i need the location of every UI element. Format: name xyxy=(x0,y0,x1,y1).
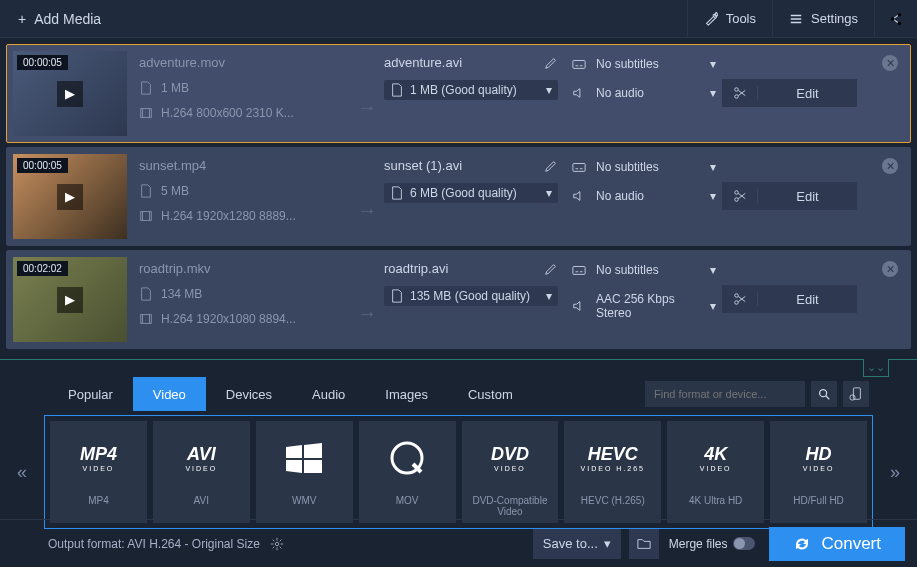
tab-audio[interactable]: Audio xyxy=(292,377,365,411)
svg-point-14 xyxy=(734,301,738,305)
speaker-icon xyxy=(572,299,586,313)
search-icon xyxy=(817,387,831,401)
chevron-down-icon: ▾ xyxy=(546,83,552,97)
tab-video[interactable]: Video xyxy=(133,377,206,411)
scissors-icon xyxy=(722,86,758,100)
file-item[interactable]: 00:00:05 ▶ sunset.mp4 5 MB H.264 1920x12… xyxy=(6,147,911,246)
output-size-select[interactable]: 1 MB (Good quality)▾ xyxy=(384,80,558,100)
film-icon xyxy=(139,209,153,223)
convert-button[interactable]: Convert xyxy=(769,527,905,561)
share-icon xyxy=(889,12,903,26)
subtitle-icon xyxy=(572,57,586,71)
subtitles-select[interactable]: No subtitles▾ xyxy=(572,263,716,277)
search-input[interactable] xyxy=(645,381,805,407)
arrow-icon: → xyxy=(352,154,382,239)
search-button[interactable] xyxy=(811,381,837,407)
quicktime-icon xyxy=(390,429,424,487)
audio-select[interactable]: No audio▾ xyxy=(572,189,716,203)
format-mp4[interactable]: MP4VIDEOMP4 xyxy=(50,421,147,523)
format-mov[interactable]: MOV xyxy=(359,421,456,523)
collapse-panel-button[interactable]: ⌄⌄ xyxy=(863,359,889,377)
settings-label: Settings xyxy=(811,11,858,26)
pencil-icon[interactable] xyxy=(544,56,558,70)
remove-button[interactable]: ✕ xyxy=(882,55,898,71)
merge-files-toggle[interactable] xyxy=(733,537,755,550)
pencil-icon[interactable] xyxy=(544,262,558,276)
share-button[interactable] xyxy=(874,0,917,37)
format-4k[interactable]: 4KVIDEO4K Ultra HD xyxy=(667,421,764,523)
speaker-icon xyxy=(572,189,586,203)
file-list: 00:00:05 ▶ adventure.mov 1 MB H.264 800x… xyxy=(0,38,917,355)
edit-button[interactable]: Edit xyxy=(722,79,857,107)
file-item[interactable]: 00:00:05 ▶ adventure.mov 1 MB H.264 800x… xyxy=(6,44,911,143)
audio-select[interactable]: AAC 256 Kbps Stereo▾ xyxy=(572,292,716,320)
chevron-down-icon: ▾ xyxy=(604,536,611,551)
output-format-text: Output format: AVI H.264 - Original Size xyxy=(48,537,260,551)
edit-button[interactable]: Edit xyxy=(722,182,857,210)
format-hevc[interactable]: HEVCVIDEO H.265HEVC (H.265) xyxy=(564,421,661,523)
panel-divider: ⌄⌄ xyxy=(0,359,917,377)
gear-icon[interactable] xyxy=(270,537,284,551)
play-icon[interactable]: ▶ xyxy=(57,184,83,210)
folder-icon xyxy=(637,537,651,551)
thumbnail[interactable]: 00:00:05 ▶ xyxy=(13,51,127,136)
subtitles-value: No subtitles xyxy=(596,263,700,277)
output-filename: sunset (1).avi xyxy=(384,158,536,173)
scroll-right-button[interactable]: » xyxy=(890,462,900,483)
scroll-left-button[interactable]: « xyxy=(17,462,27,483)
add-media-button[interactable]: + Add Media xyxy=(0,0,119,37)
tab-popular[interactable]: Popular xyxy=(48,377,133,411)
tab-images[interactable]: Images xyxy=(365,377,448,411)
edit-button[interactable]: Edit xyxy=(722,285,857,313)
settings-button[interactable]: Settings xyxy=(772,0,874,37)
format-avi[interactable]: AVIVIDEOAVI xyxy=(153,421,250,523)
svg-point-5 xyxy=(734,88,738,92)
edit-label: Edit xyxy=(758,86,857,101)
svg-rect-8 xyxy=(573,164,585,172)
play-icon[interactable]: ▶ xyxy=(57,81,83,107)
play-icon[interactable]: ▶ xyxy=(57,287,83,313)
open-folder-button[interactable] xyxy=(629,529,659,559)
tools-button[interactable]: Tools xyxy=(687,0,772,37)
chevron-down-icon: ▾ xyxy=(546,186,552,200)
svg-point-2 xyxy=(898,21,902,25)
wand-icon xyxy=(704,12,718,26)
chevron-down-icon: ▾ xyxy=(710,299,716,313)
audio-select[interactable]: No audio▾ xyxy=(572,86,716,100)
remove-button[interactable]: ✕ xyxy=(882,261,898,277)
svg-point-15 xyxy=(820,390,827,397)
chevron-down-icon: ▾ xyxy=(710,86,716,100)
svg-point-10 xyxy=(734,198,738,202)
file-icon xyxy=(139,184,153,198)
arrow-icon: → xyxy=(352,51,382,136)
source-filename: adventure.mov xyxy=(139,55,342,70)
save-to-button[interactable]: Save to... ▾ xyxy=(533,529,621,559)
chevron-down-icon: ▾ xyxy=(710,160,716,174)
tab-devices[interactable]: Devices xyxy=(206,377,292,411)
duration-badge: 00:00:05 xyxy=(17,158,68,173)
source-filename: sunset.mp4 xyxy=(139,158,342,173)
thumbnail[interactable]: 00:02:02 ▶ xyxy=(13,257,127,342)
output-size-select[interactable]: 135 MB (Good quality)▾ xyxy=(384,286,558,306)
file-icon xyxy=(390,289,404,303)
thumbnail[interactable]: 00:00:05 ▶ xyxy=(13,154,127,239)
subtitles-select[interactable]: No subtitles▾ xyxy=(572,57,716,71)
svg-point-0 xyxy=(898,12,902,16)
output-filename: roadtrip.avi xyxy=(384,261,536,276)
remove-button[interactable]: ✕ xyxy=(882,158,898,174)
speaker-icon xyxy=(572,86,586,100)
pencil-icon[interactable] xyxy=(544,159,558,173)
detect-device-button[interactable] xyxy=(843,381,869,407)
format-dvd[interactable]: DVDVIDEODVD-Compatible Video xyxy=(462,421,559,523)
output-size-select[interactable]: 6 MB (Good quality)▾ xyxy=(384,183,558,203)
file-item[interactable]: 00:02:02 ▶ roadtrip.mkv 134 MB H.264 192… xyxy=(6,250,911,349)
source-filename: roadtrip.mkv xyxy=(139,261,342,276)
tools-label: Tools xyxy=(726,11,756,26)
source-codec: H.264 800x600 2310 K... xyxy=(161,106,294,120)
output-size: 1 MB (Good quality) xyxy=(410,83,540,97)
subtitles-select[interactable]: No subtitles▾ xyxy=(572,160,716,174)
tab-custom[interactable]: Custom xyxy=(448,377,533,411)
format-hd[interactable]: HDVIDEOHD/Full HD xyxy=(770,421,867,523)
format-wmv[interactable]: WMV xyxy=(256,421,353,523)
scissors-icon xyxy=(722,189,758,203)
